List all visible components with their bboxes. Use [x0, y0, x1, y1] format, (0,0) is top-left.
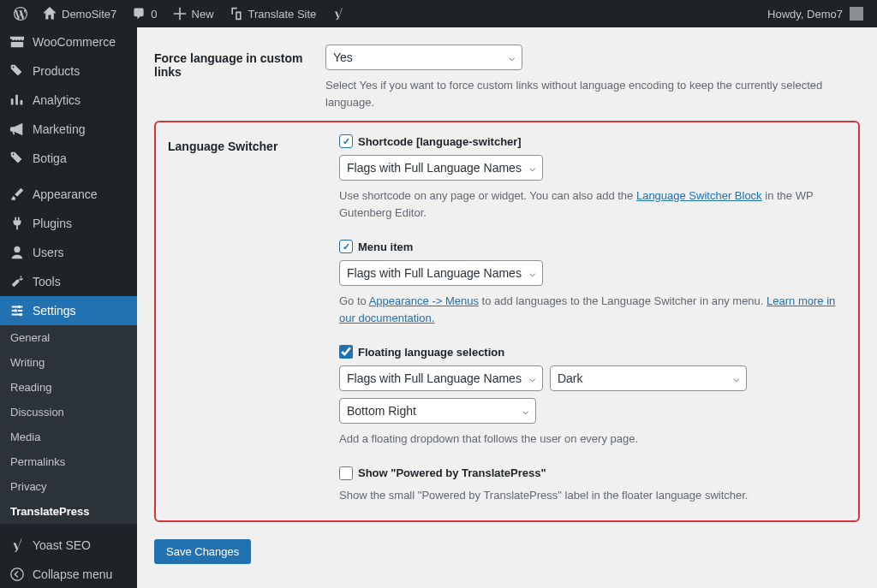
force-links-desc: Select Yes if you want to force custom l…	[325, 77, 860, 110]
shortcode-select[interactable]: Flags with Full Language Names ⌵	[339, 155, 543, 181]
menu-desc: Go to Appearance -> Menus to add languag…	[339, 293, 846, 326]
sidebar-label: Users	[33, 246, 64, 259]
powered-checkbox[interactable]	[339, 466, 353, 480]
botiga-icon	[9, 151, 26, 166]
sidebar-item-woocommerce[interactable]: WooCommerce	[0, 27, 137, 56]
shortcode-label: Shortcode [language-switcher]	[358, 135, 522, 148]
sidebar-sub-media[interactable]: Media	[0, 425, 137, 449]
shortcode-check-row: ✓ Shortcode [language-switcher]	[339, 134, 846, 148]
comments-count: 0	[151, 8, 157, 21]
sidebar-label: Botiga	[33, 151, 67, 165]
sidebar-item-analytics[interactable]: Analytics	[0, 86, 137, 115]
sliders-icon	[9, 303, 26, 318]
floating-selects-row2: Bottom Right ⌵	[339, 398, 846, 424]
appearance-menus-link[interactable]: Appearance -> Menus	[369, 294, 479, 307]
site-home[interactable]: DemoSite7	[36, 0, 123, 27]
sidebar-item-settings[interactable]: Settings	[0, 296, 137, 325]
sidebar-item-users[interactable]: Users	[0, 238, 137, 267]
woocommerce-icon	[9, 34, 26, 50]
force-links-value: Yes	[333, 50, 353, 64]
lsb-link[interactable]: Language Switcher Block	[636, 189, 762, 202]
translate-site[interactable]: Translate Site	[223, 0, 324, 27]
language-switcher-section: Language Switcher ✓ Shortcode [language-…	[154, 121, 860, 522]
svg-point-0	[18, 306, 21, 309]
sidebar-sub-discussion[interactable]: Discussion	[0, 400, 137, 425]
main-wrap: WooCommerce Products Analytics Marketing…	[0, 27, 877, 588]
sidebar-sub-general[interactable]: General	[0, 325, 137, 350]
chevron-down-icon: ⌵	[522, 405, 528, 417]
floating-checkbox[interactable]	[339, 345, 353, 359]
sidebar-sub-permalinks[interactable]: Permalinks	[0, 449, 137, 474]
save-button[interactable]: Save Changes	[154, 539, 251, 564]
users-icon	[9, 245, 26, 260]
sidebar-item-products[interactable]: Products	[0, 56, 137, 86]
comments-link[interactable]: 0	[125, 0, 164, 27]
floating-style-value: Flags with Full Language Names	[347, 371, 522, 385]
collapse-menu[interactable]: Collapse menu	[0, 560, 137, 588]
switcher-field: ✓ Shortcode [language-switcher] Flags wi…	[339, 134, 846, 503]
plug-icon	[9, 216, 26, 231]
floating-position-select[interactable]: Bottom Right ⌵	[339, 398, 536, 424]
sidebar-item-tools[interactable]: Tools	[0, 267, 137, 296]
sidebar-item-yoast[interactable]: Yoast SEO	[0, 531, 137, 560]
shortcode-checkbox[interactable]: ✓	[339, 134, 353, 148]
chevron-down-icon: ⌵	[529, 162, 535, 174]
force-links-field: Yes ⌵ Select Yes if you want to force cu…	[325, 36, 860, 110]
sidebar-sub-translatepress[interactable]: TranslatePress	[0, 499, 137, 524]
wp-logo[interactable]	[7, 0, 34, 27]
floating-position-value: Bottom Right	[347, 404, 416, 418]
force-links-select[interactable]: Yes ⌵	[325, 45, 522, 70]
sidebar-item-plugins[interactable]: Plugins	[0, 209, 137, 238]
sidebar-label: Plugins	[33, 217, 72, 230]
floating-theme-value: Dark	[558, 371, 583, 385]
powered-label: Show "Powered by TranslatePress"	[358, 466, 546, 479]
menu-label: Menu item	[358, 241, 413, 253]
brush-icon	[9, 187, 26, 202]
powered-check-row: Show "Powered by TranslatePress"	[339, 466, 846, 480]
admin-bar-right[interactable]: Howdy, Demo7	[767, 7, 870, 21]
sidebar-sub-reading[interactable]: Reading	[0, 375, 137, 400]
shortcode-value: Flags with Full Language Names	[347, 161, 522, 175]
plus-icon	[173, 7, 187, 21]
floating-label: Floating language selection	[358, 346, 504, 359]
home-icon	[43, 7, 57, 21]
admin-sidebar: WooCommerce Products Analytics Marketing…	[0, 27, 137, 588]
sidebar-label: Settings	[33, 304, 76, 318]
wordpress-icon	[14, 7, 27, 21]
collapse-icon	[9, 567, 26, 582]
avatar-icon	[850, 7, 863, 21]
force-links-row: Force language in custom links Yes ⌵ Sel…	[154, 36, 860, 110]
force-links-label: Force language in custom links	[154, 36, 325, 96]
chevron-down-icon: ⌵	[529, 267, 535, 279]
floating-theme-select[interactable]: Dark ⌵	[550, 365, 747, 391]
yoast-admin-bar[interactable]	[325, 0, 352, 27]
sidebar-sub-privacy[interactable]: Privacy	[0, 474, 137, 499]
sidebar-item-appearance[interactable]: Appearance	[0, 180, 137, 209]
products-icon	[9, 63, 26, 79]
chevron-down-icon: ⌵	[733, 372, 739, 384]
svg-point-2	[20, 313, 23, 317]
floating-block: Floating language selection Flags with F…	[339, 345, 846, 448]
shortcode-block: ✓ Shortcode [language-switcher] Flags wi…	[339, 134, 846, 221]
floating-desc: Add a floating dropdown that follows the…	[339, 431, 846, 448]
floating-style-select[interactable]: Flags with Full Language Names ⌵	[339, 365, 543, 391]
sidebar-label: Analytics	[33, 93, 81, 107]
megaphone-icon	[9, 122, 26, 137]
sidebar-item-botiga[interactable]: Botiga	[0, 144, 137, 173]
floating-check-row: Floating language selection	[339, 345, 846, 359]
menu-block: ✓ Menu item Flags with Full Language Nam…	[339, 240, 846, 326]
wrench-icon	[9, 274, 26, 289]
menu-value: Flags with Full Language Names	[347, 266, 522, 280]
powered-block: Show "Powered by TranslatePress" Show th…	[339, 466, 846, 504]
settings-content: Force language in custom links Yes ⌵ Sel…	[137, 27, 877, 588]
sidebar-label: Yoast SEO	[33, 538, 91, 552]
menu-select[interactable]: Flags with Full Language Names ⌵	[339, 260, 543, 286]
sidebar-sub-writing[interactable]: Writing	[0, 350, 137, 375]
admin-bar-left: DemoSite7 0 New Translate Site	[7, 0, 352, 27]
sidebar-label: WooCommerce	[33, 35, 116, 49]
menu-checkbox[interactable]: ✓	[339, 240, 353, 253]
menu-check-row: ✓ Menu item	[339, 240, 846, 253]
sidebar-item-marketing[interactable]: Marketing	[0, 115, 137, 144]
admin-bar: DemoSite7 0 New Translate Site Howd	[0, 0, 877, 27]
new-content[interactable]: New	[166, 0, 221, 27]
